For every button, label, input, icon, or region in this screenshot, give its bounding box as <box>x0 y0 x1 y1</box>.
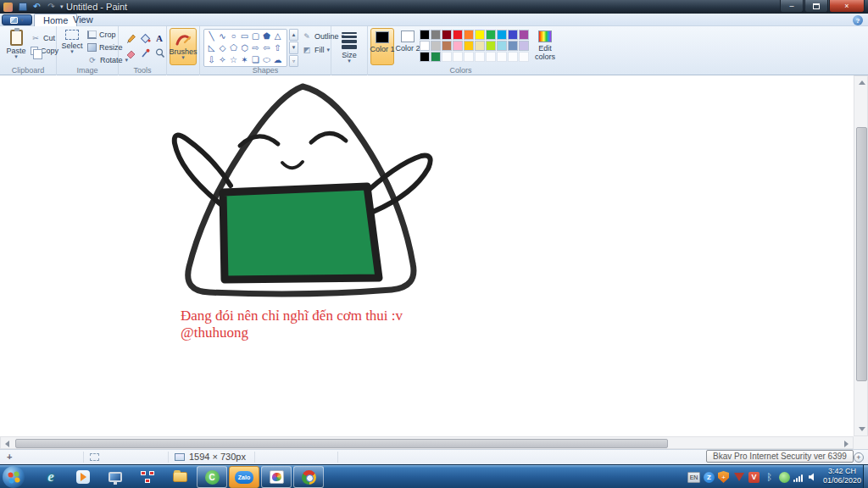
crop-button[interactable]: Crop <box>87 29 116 40</box>
taskbar-coccoc[interactable]: C <box>197 466 227 488</box>
palette-swatch[interactable] <box>508 41 518 51</box>
palette-swatch-empty[interactable] <box>519 52 529 62</box>
minimize-button[interactable]: – <box>780 0 804 13</box>
palette-swatch[interactable] <box>519 41 529 51</box>
scroll-right-icon[interactable] <box>844 441 849 447</box>
text-tool-icon[interactable]: A <box>153 30 166 45</box>
palette-swatch[interactable] <box>442 41 452 51</box>
palette-swatch[interactable] <box>475 30 485 40</box>
palette-swatch[interactable] <box>431 30 441 40</box>
copy-button[interactable]: Copy <box>31 45 58 56</box>
down-arrow-shape-icon[interactable]: ⇩ <box>206 54 217 66</box>
palette-swatch[interactable] <box>420 52 430 62</box>
scroll-down-icon[interactable] <box>859 427 865 431</box>
palette-swatch-empty[interactable] <box>497 52 507 62</box>
hexagon-shape-icon[interactable]: ⬡ <box>239 42 250 54</box>
palette-swatch-empty[interactable] <box>453 52 463 62</box>
vertical-scrollbar[interactable] <box>854 75 868 436</box>
taskbar-clock[interactable]: 3:42 CH 01/06/2020 <box>823 467 861 485</box>
scroll-left-icon[interactable] <box>5 441 9 447</box>
palette-swatch[interactable] <box>420 30 430 40</box>
ellipse-shape-icon[interactable]: ○ <box>228 30 239 42</box>
size-button[interactable]: Size <box>337 28 362 65</box>
rounded-callout-shape-icon[interactable]: ❏ <box>250 54 261 66</box>
vertical-scroll-thumb[interactable] <box>856 127 867 381</box>
palette-swatch[interactable] <box>497 41 507 51</box>
palette-swatch[interactable] <box>431 41 441 51</box>
rounded-rectangle-shape-icon[interactable]: ▢ <box>250 30 261 42</box>
taskbar-remote-desktop[interactable] <box>100 466 131 488</box>
right-arrow-shape-icon[interactable]: ⇨ <box>250 42 261 54</box>
horizontal-scroll-thumb[interactable] <box>15 439 668 448</box>
fill-bucket-icon[interactable] <box>138 30 152 45</box>
palette-swatch[interactable] <box>453 41 463 51</box>
taskbar-zalo[interactable]: Zalo <box>229 466 259 488</box>
rectangle-shape-icon[interactable]: ▭ <box>239 30 250 42</box>
palette-swatch[interactable] <box>508 30 518 40</box>
help-icon[interactable]: ? <box>853 15 863 25</box>
show-desktop-button[interactable] <box>863 465 868 488</box>
palette-swatch[interactable] <box>464 41 474 51</box>
taskbar-chrome[interactable] <box>293 466 324 488</box>
palette-swatch-empty[interactable] <box>486 52 496 62</box>
diamond-shape-icon[interactable]: ◇ <box>217 42 228 54</box>
brushes-button[interactable]: Brushes <box>170 28 197 65</box>
redo-icon[interactable]: ↷ <box>46 2 57 12</box>
left-arrow-shape-icon[interactable]: ⇦ <box>261 42 272 54</box>
paste-button[interactable]: Paste <box>3 28 29 65</box>
palette-swatch[interactable] <box>453 30 463 40</box>
save-icon[interactable] <box>17 2 28 12</box>
pentagon-shape-icon[interactable]: ⬠ <box>228 42 239 54</box>
up-arrow-shape-icon[interactable]: ⇧ <box>272 42 283 54</box>
shapes-scroll-up-icon[interactable]: ▲ <box>289 29 298 41</box>
zoom-in-button[interactable]: + <box>854 452 864 463</box>
zalo-tray-icon[interactable]: Z <box>704 472 715 483</box>
taskbar-media-player[interactable] <box>68 466 98 488</box>
customize-dropdown-icon[interactable]: ▾ <box>60 3 64 10</box>
line-shape-icon[interactable]: ╲ <box>206 30 217 42</box>
close-button[interactable]: × <box>829 0 865 13</box>
color-picker-icon[interactable] <box>138 46 152 60</box>
eraser-icon[interactable] <box>124 46 137 60</box>
oval-callout-shape-icon[interactable]: ⬭ <box>261 54 272 66</box>
maximize-button[interactable] <box>804 0 828 13</box>
resize-button[interactable]: Resize <box>87 42 123 53</box>
drawing-canvas[interactable]: Đang đói nên chỉ nghĩ đến cơm thui :v @t… <box>0 75 854 436</box>
network-signal-icon[interactable] <box>793 473 803 482</box>
horizontal-scrollbar[interactable] <box>0 436 854 449</box>
taskbar-paint[interactable] <box>261 466 292 488</box>
curve-shape-icon[interactable]: ∿ <box>217 30 228 42</box>
polygon-shape-icon[interactable]: ⬟ <box>261 30 272 42</box>
select-button[interactable]: Select <box>59 28 85 65</box>
taskbar-explorer[interactable] <box>164 466 195 488</box>
palette-swatch[interactable] <box>420 41 430 51</box>
palette-swatch[interactable] <box>442 30 452 40</box>
palette-swatch[interactable] <box>431 52 441 62</box>
pencil-icon[interactable] <box>124 30 137 45</box>
palette-swatch-empty[interactable] <box>464 52 474 62</box>
taskbar-internet-explorer[interactable]: e <box>36 466 66 488</box>
volume-icon[interactable] <box>806 471 819 484</box>
cut-button[interactable]: ✂ Cut <box>31 32 55 43</box>
palette-swatch[interactable] <box>486 41 496 51</box>
palette-swatch[interactable] <box>464 30 474 40</box>
bkav-shield-icon[interactable]: + <box>718 471 729 483</box>
taskbar-network-tool[interactable] <box>132 466 163 488</box>
magnifier-icon[interactable] <box>153 46 166 60</box>
color1-button[interactable]: Color 1 <box>370 28 394 65</box>
color2-button[interactable]: Color 2 <box>396 28 420 65</box>
palette-swatch[interactable] <box>475 41 485 51</box>
shapes-more-icon[interactable]: ▿ <box>289 55 298 67</box>
edit-colors-button[interactable]: Edit colors <box>532 28 558 65</box>
bluetooth-icon[interactable]: ᛒ <box>763 471 776 484</box>
tab-view[interactable]: View <box>64 14 102 26</box>
shapes-scroll-down-icon[interactable]: ▼ <box>289 42 298 53</box>
start-button[interactable] <box>3 466 25 488</box>
palette-swatch[interactable] <box>486 30 496 40</box>
triangle-app-icon[interactable] <box>732 471 745 484</box>
language-indicator[interactable]: EN <box>687 472 700 483</box>
triangle-shape-icon[interactable]: △ <box>272 30 283 42</box>
palette-swatch[interactable] <box>519 30 529 40</box>
fill-button[interactable]: ◩ Fill <box>302 44 330 55</box>
green-swirl-icon[interactable] <box>779 472 790 483</box>
